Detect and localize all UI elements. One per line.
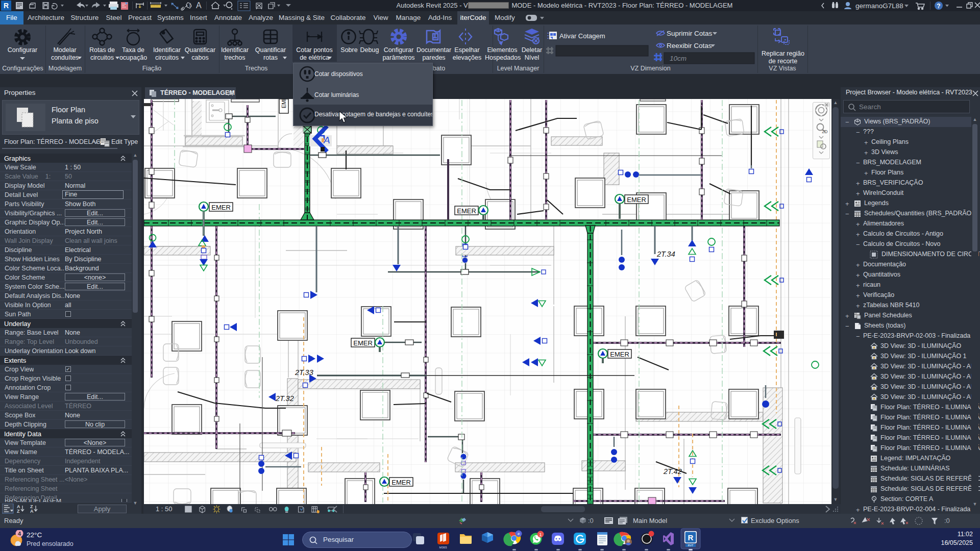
svg-text:10cm: 10cm	[670, 55, 687, 62]
svg-text:R: R	[4, 2, 9, 10]
svg-text:2T.34: 2T.34	[656, 250, 675, 258]
svg-text:Reexibir Cotas: Reexibir Cotas	[667, 42, 712, 49]
svg-text:4: 4	[18, 531, 21, 537]
svg-text:1: 1	[539, 532, 542, 537]
svg-text:1: 1	[189, 4, 191, 7]
svg-text:A: A	[323, 135, 330, 145]
svg-text:M365: M365	[439, 546, 447, 549]
svg-text:Ativar Cotagem: Ativar Cotagem	[559, 32, 605, 40]
svg-text:2T.42: 2T.42	[663, 467, 682, 475]
svg-text:A: A	[30, 509, 34, 514]
svg-text:A: A	[196, 1, 202, 10]
svg-text:R: R	[688, 533, 694, 542]
svg-text:germanoG7L88: germanoG7L88	[855, 2, 903, 10]
svg-text:2D: 2D	[822, 129, 828, 134]
svg-text:Z: Z	[17, 509, 20, 514]
svg-text:?: ?	[937, 3, 940, 10]
svg-text:Suprimir Cotas: Suprimir Cotas	[667, 30, 713, 37]
svg-text:2T.32: 2T.32	[275, 394, 294, 403]
svg-text:RVT: RVT	[688, 544, 694, 547]
svg-text:#: #	[518, 532, 520, 536]
svg-text:EMER: EMER	[281, 99, 287, 108]
